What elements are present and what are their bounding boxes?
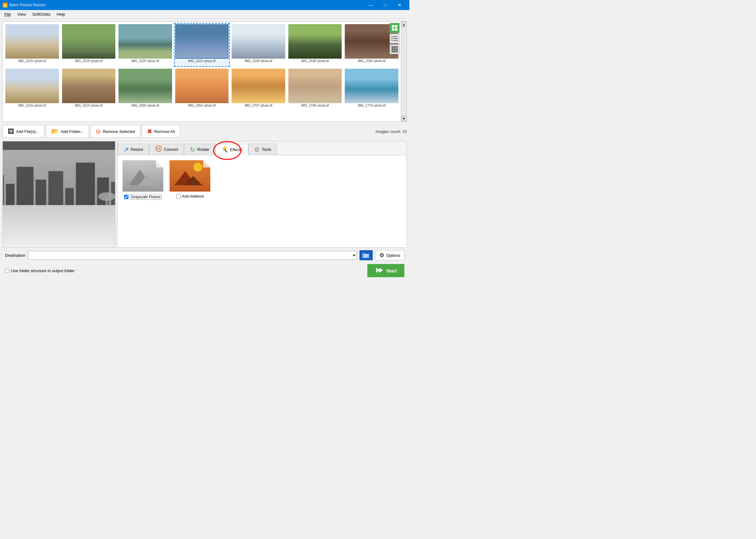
tab-effects[interactable]: Effects	[215, 144, 248, 155]
remove-all-button[interactable]: ✖ Remove All	[142, 125, 180, 138]
table-row[interactable]: IMG_1650~photo.tif	[117, 67, 173, 111]
svg-rect-28	[76, 163, 95, 230]
menu-help[interactable]: Help	[54, 11, 68, 18]
destination-browse-button[interactable]	[360, 250, 373, 260]
svg-rect-31	[3, 213, 115, 247]
thumbnail	[288, 69, 342, 103]
start-label: Start	[386, 268, 397, 273]
svg-point-32	[3, 216, 59, 237]
svg-marker-43	[156, 160, 163, 167]
table-row[interactable]: IMG_1519~photo.tif	[61, 23, 117, 67]
svg-point-7	[391, 38, 392, 39]
remove-selected-label: Remove Selected	[103, 129, 135, 134]
menu-view[interactable]: View	[14, 11, 29, 18]
thumbnail	[5, 69, 59, 103]
svg-rect-30	[111, 182, 115, 230]
grayscale-checkbox[interactable]	[124, 195, 128, 199]
start-button[interactable]: Start	[367, 264, 404, 277]
tab-tools[interactable]: ⚙ Tools	[248, 144, 277, 155]
svg-rect-25	[36, 180, 46, 230]
view-list-button[interactable]	[389, 34, 400, 43]
thumbnail	[232, 69, 285, 103]
grayscale-effect-item[interactable]: Grayscale Picture	[122, 160, 163, 242]
table-row[interactable]: IMG_1530~photo.tif	[287, 23, 343, 67]
image-filename: IMG_1615~photo.tif	[18, 104, 46, 107]
scroll-track[interactable]	[401, 27, 406, 116]
view-grid-button[interactable]	[389, 44, 400, 54]
svg-point-36	[156, 146, 162, 151]
add-files-label: Add File(s)...	[16, 129, 39, 134]
autobalance-checkbox[interactable]	[176, 194, 180, 198]
table-row[interactable]: IMG_1774~photo.tif	[344, 67, 400, 111]
destination-input[interactable]	[28, 251, 357, 260]
title-bar: 🖼 Batch Picture Resizer — □ ✕	[0, 0, 409, 10]
menu-bar: File View SoftOrbits Help	[0, 10, 409, 19]
tab-rotate[interactable]: ↻ Rotate	[184, 144, 215, 155]
remove-selected-button[interactable]: ⊖ Remove Selected	[90, 125, 140, 138]
svg-marker-50	[203, 160, 210, 167]
rotate-icon: ↻	[190, 146, 195, 153]
svg-marker-59	[379, 268, 383, 273]
start-row: Use folder structure in output folder St…	[3, 263, 407, 280]
close-button[interactable]: ✕	[392, 0, 407, 10]
minimize-button[interactable]: —	[364, 0, 378, 10]
scroll-up-button[interactable]: ▲	[401, 22, 407, 27]
maximize-button[interactable]: □	[378, 0, 392, 10]
svg-rect-3	[395, 28, 397, 31]
tabs-row: ↗ Resize Convert ↻ Rotate	[117, 141, 406, 155]
add-files-button[interactable]: 🖼 Add File(s)...	[3, 125, 44, 138]
scroll-down-button[interactable]: ▼	[401, 116, 407, 121]
svg-rect-10	[391, 46, 393, 48]
table-row[interactable]: IMG_1528~photo.tif	[230, 23, 287, 67]
start-icon	[375, 266, 384, 275]
svg-rect-2	[392, 28, 394, 31]
thumbnail	[118, 69, 172, 103]
svg-rect-45	[170, 160, 210, 192]
svg-point-48	[193, 163, 202, 172]
table-row[interactable]: IMG_1615~photo.tif	[4, 67, 60, 111]
svg-point-35	[99, 192, 115, 201]
view-thumbnail-button[interactable]	[389, 23, 400, 33]
svg-rect-1	[395, 25, 397, 28]
table-row[interactable]: IMG_1708~photo.tif	[287, 67, 343, 111]
thumbnail	[232, 24, 285, 59]
svg-rect-22	[3, 175, 4, 230]
table-row[interactable]: IMG_1652~photo.tif	[174, 67, 230, 111]
image-grid-container: IMG_1615~photo.tif IMG_1519~photo.tif IM…	[3, 21, 407, 122]
folder-structure-checkbox[interactable]	[5, 269, 9, 273]
menu-file[interactable]: File	[1, 11, 14, 18]
autobalance-effect-item[interactable]: Auto-balance	[170, 160, 210, 242]
image-filename: IMG_1520~photo.tif	[131, 59, 159, 63]
table-row[interactable]: IMG_1520~photo.tif	[117, 23, 173, 67]
main-content: IMG_1615~photo.tif IMG_1519~photo.tif IM…	[0, 19, 409, 282]
table-row[interactable]: IMG_1707~photo.tif	[230, 67, 287, 111]
svg-rect-15	[396, 48, 398, 50]
svg-rect-24	[17, 167, 34, 230]
menu-softorbits[interactable]: SoftOrbits	[29, 11, 54, 18]
tabs-panel: ↗ Resize Convert ↻ Rotate	[117, 141, 407, 248]
svg-rect-26	[48, 171, 63, 230]
toolbar: 🖼 Add File(s)... 📂 Add Folder... ⊖ Remov…	[3, 123, 407, 139]
folder-structure-label[interactable]: Use folder structure in output folder	[5, 269, 75, 273]
resize-icon: ↗	[123, 146, 129, 153]
grayscale-label: Grayscale Picture	[130, 194, 162, 200]
svg-rect-4	[393, 37, 398, 37]
table-row[interactable]: IMG_1623~photo.tif	[61, 67, 117, 111]
grid-scrollbar: ▲ ▼	[401, 22, 406, 121]
image-filename: IMG_1650~photo.tif	[131, 104, 159, 107]
table-row[interactable]: IMG_1521~photo.tif	[174, 23, 230, 67]
svg-marker-49	[203, 160, 210, 167]
tab-effects-label: Effects	[230, 147, 242, 152]
app-title: Batch Picture Resizer	[9, 3, 45, 7]
remove-selected-icon: ⊖	[96, 128, 101, 135]
tab-convert[interactable]: Convert	[149, 144, 184, 155]
image-filename: IMG_1774~photo.tif	[358, 104, 385, 107]
table-row[interactable]: IMG_1615~photo.tif	[4, 23, 60, 67]
options-button[interactable]: ⚙ Options	[375, 250, 404, 260]
svg-rect-17	[394, 50, 395, 52]
tab-resize[interactable]: ↗ Resize	[117, 144, 149, 155]
browse-folder-icon	[362, 252, 370, 258]
add-folder-button[interactable]: 📂 Add Folder...	[46, 125, 89, 138]
autobalance-checkbox-row: Auto-balance	[176, 194, 204, 198]
options-label: Options	[386, 253, 400, 258]
